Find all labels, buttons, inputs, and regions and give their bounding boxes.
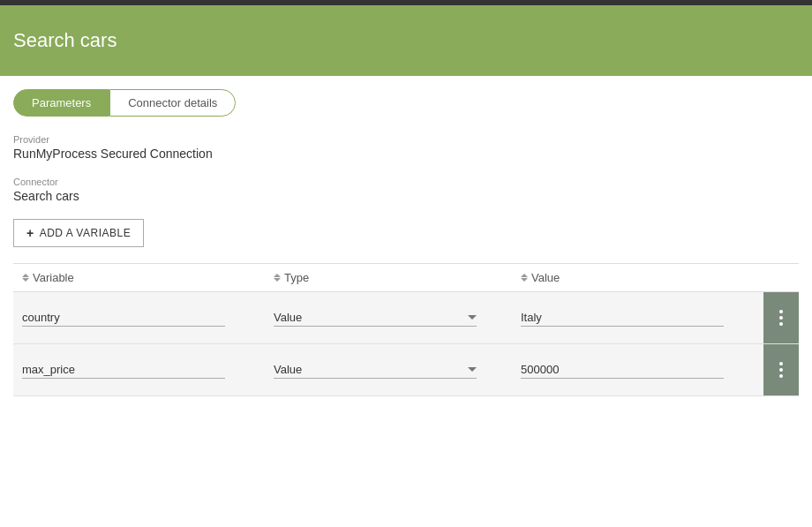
row-1-value-cell <box>512 352 763 388</box>
tab-group: Parameters Connector details <box>13 89 799 117</box>
table-header: Variable Type Value <box>13 264 799 292</box>
col-header-type[interactable]: Type <box>265 271 512 284</box>
row-0-value-cell <box>512 300 763 335</box>
dots-icon <box>779 310 783 326</box>
tab-parameters[interactable]: Parameters <box>13 89 109 117</box>
sort-icon-type <box>274 274 281 282</box>
chevron-down-icon <box>468 315 477 320</box>
connector-section: Connector Search cars <box>13 177 799 203</box>
page-title: Search cars <box>13 29 117 52</box>
provider-section: Provider RunMyProcess Secured Connection <box>13 134 799 161</box>
row-0-type-cell: Value Variable Expression <box>265 300 512 335</box>
provider-label: Provider <box>13 134 799 145</box>
add-variable-label: ADD A VARIABLE <box>40 227 132 239</box>
add-variable-button[interactable]: + ADD A VARIABLE <box>13 219 144 247</box>
row-1-type-select-wrapper: Value Variable Expression <box>274 361 477 379</box>
dots-icon <box>779 362 783 378</box>
row-0-variable-input[interactable] <box>22 309 225 327</box>
row-1-action-button[interactable] <box>763 344 799 395</box>
chevron-down-icon <box>468 367 477 372</box>
provider-value: RunMyProcess Secured Connection <box>13 147 799 161</box>
row-1-value-input[interactable] <box>521 361 724 379</box>
col-header-variable[interactable]: Variable <box>13 271 265 284</box>
row-0-type-select[interactable]: Value Variable Expression <box>274 309 468 326</box>
row-0-action-button[interactable] <box>763 292 799 343</box>
table-row: Value Variable Expression <box>13 344 799 396</box>
row-0-value-input[interactable] <box>521 309 724 327</box>
row-0-type-select-wrapper: Value Variable Expression <box>274 309 477 327</box>
row-1-variable-input[interactable] <box>22 361 225 379</box>
col-header-value[interactable]: Value <box>512 271 799 284</box>
row-1-type-cell: Value Variable Expression <box>265 352 512 388</box>
page-header: Search cars <box>0 5 812 76</box>
sort-icon-value <box>521 274 528 282</box>
connector-value: Search cars <box>13 189 799 203</box>
connector-label: Connector <box>13 177 799 187</box>
variables-table: Variable Type Value <box>13 263 799 396</box>
plus-icon: + <box>26 226 34 240</box>
row-1-type-select[interactable]: Value Variable Expression <box>274 361 468 378</box>
main-content: Parameters Connector details Provider Ru… <box>0 76 812 410</box>
table-row: Value Variable Expression <box>13 292 799 344</box>
row-1-variable-cell <box>13 352 265 388</box>
row-0-variable-cell <box>13 300 265 335</box>
tab-connector-details[interactable]: Connector details <box>109 89 236 117</box>
sort-icon-variable <box>22 274 29 282</box>
